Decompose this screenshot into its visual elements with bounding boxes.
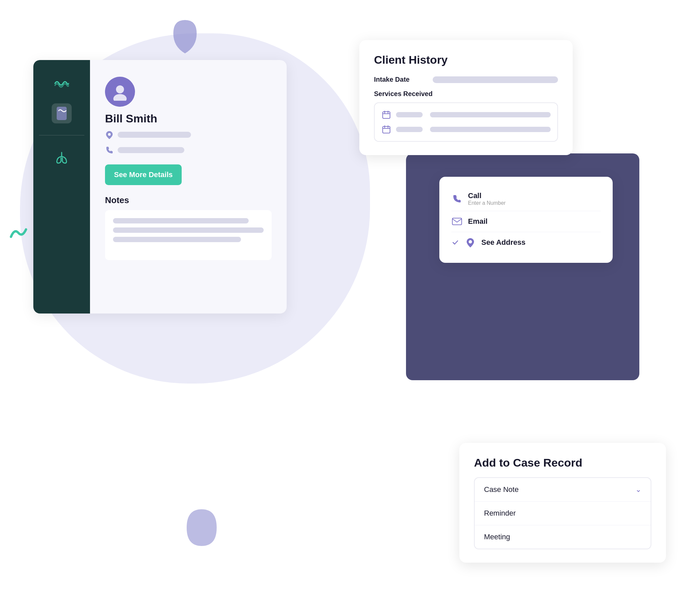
phone-icon xyxy=(105,146,114,154)
sidebar-icon-lungs[interactable] xyxy=(52,147,72,167)
svg-rect-17 xyxy=(452,218,462,225)
reminder-label: Reminder xyxy=(484,509,516,518)
svg-rect-5 xyxy=(57,107,67,120)
svg-point-18 xyxy=(469,240,472,243)
service-name-bar-2 xyxy=(396,127,423,132)
address-text: See Address xyxy=(481,238,601,247)
intake-date-value xyxy=(433,76,558,83)
notes-label: Notes xyxy=(105,195,272,205)
service-item-1 xyxy=(381,110,551,120)
client-name: Bill Smith xyxy=(105,112,272,125)
service-calendar-icon-1 xyxy=(381,110,391,120)
phone-placeholder xyxy=(118,147,184,153)
email-item[interactable]: Email xyxy=(451,211,601,232)
note-line-2 xyxy=(113,227,264,233)
address-placeholder xyxy=(118,132,191,138)
call-label: Call xyxy=(468,192,601,200)
email-text: Email xyxy=(468,217,601,226)
svg-point-6 xyxy=(116,85,124,93)
scene: Bill Smith xyxy=(0,0,686,616)
email-label: Email xyxy=(468,217,601,226)
avatar xyxy=(105,77,135,107)
email-icon xyxy=(451,216,463,227)
call-text: Call Enter a Number xyxy=(468,192,601,206)
services-box xyxy=(374,103,558,142)
check-icon xyxy=(451,239,459,246)
call-sublabel: Enter a Number xyxy=(468,200,601,206)
phone-row xyxy=(105,146,272,154)
case-record-card: Add to Case Record Case Note ⌄ Reminder … xyxy=(459,443,666,563)
meeting-label: Meeting xyxy=(484,533,510,541)
deco-teal-left xyxy=(9,227,28,240)
see-address-label: See Address xyxy=(481,238,601,247)
sidebar-divider xyxy=(39,135,84,135)
main-card: Bill Smith xyxy=(33,60,287,313)
svg-rect-9 xyxy=(383,112,390,118)
main-content: Bill Smith xyxy=(90,60,287,313)
profile-section: Bill Smith xyxy=(105,77,272,185)
service-item-2 xyxy=(381,125,551,134)
see-more-button[interactable]: See More Details xyxy=(105,164,182,185)
services-received-label: Services Received xyxy=(374,90,558,98)
svg-rect-13 xyxy=(383,126,390,133)
history-card: Client History Intake Date Services Rece… xyxy=(359,40,573,155)
note-line-3 xyxy=(113,237,241,242)
intake-date-label: Intake Date xyxy=(374,76,427,83)
case-note-label: Case Note xyxy=(484,485,519,494)
notes-section: Notes xyxy=(105,195,272,260)
call-icon xyxy=(451,193,463,204)
case-note-option[interactable]: Case Note ⌄ xyxy=(475,478,651,502)
sidebar-icon-document[interactable] xyxy=(52,103,72,124)
notes-box xyxy=(105,210,272,260)
deco-purple-top xyxy=(163,17,207,57)
meeting-option[interactable]: Meeting xyxy=(475,525,651,549)
service-calendar-icon-2 xyxy=(381,125,391,134)
deco-purple-bottom xyxy=(173,506,230,549)
case-record-title: Add to Case Record xyxy=(474,456,651,469)
sidebar-icon-waves[interactable] xyxy=(52,73,72,93)
reminder-option[interactable]: Reminder xyxy=(475,502,651,525)
case-options-box: Case Note ⌄ Reminder Meeting xyxy=(474,477,651,549)
contact-card: Call Enter a Number Email xyxy=(439,177,613,263)
service-detail-bar-1 xyxy=(430,112,551,117)
history-card-title: Client History xyxy=(374,53,558,66)
call-item[interactable]: Call Enter a Number xyxy=(451,187,601,211)
location-icon xyxy=(105,130,114,139)
note-line-1 xyxy=(113,218,249,223)
service-detail-bar-2 xyxy=(430,127,551,132)
address-row xyxy=(105,130,272,139)
chevron-down-icon: ⌄ xyxy=(635,485,641,494)
intake-date-row: Intake Date xyxy=(374,76,558,83)
see-address-item[interactable]: See Address xyxy=(451,232,601,253)
sidebar xyxy=(33,60,90,313)
svg-point-7 xyxy=(113,94,127,101)
svg-point-8 xyxy=(108,133,111,136)
address-pin-icon xyxy=(465,237,476,248)
service-name-bar-1 xyxy=(396,112,423,117)
